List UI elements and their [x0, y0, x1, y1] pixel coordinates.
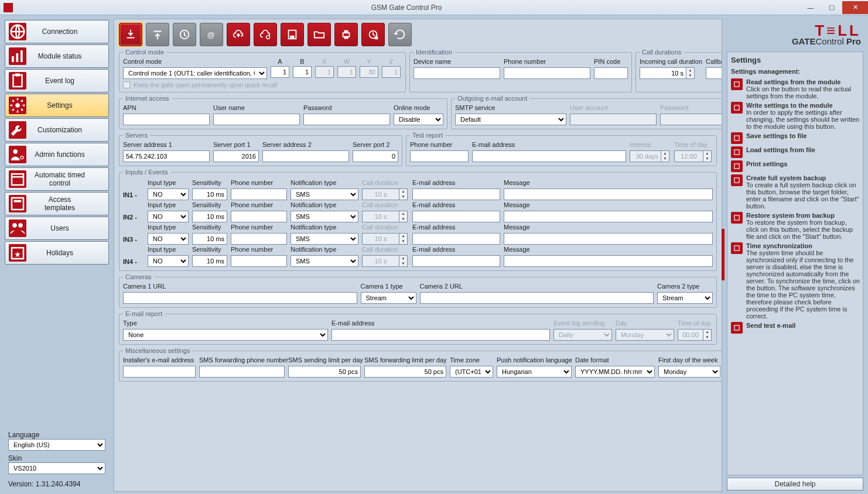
in-device-name[interactable] — [414, 67, 500, 79]
in-incoming[interactable] — [640, 67, 686, 79]
in-sens[interactable] — [192, 233, 227, 245]
maximize-button[interactable]: ▢ — [821, 1, 842, 14]
lbl-msg: Message — [504, 201, 713, 210]
sel-notif[interactable]: SMS — [291, 233, 358, 245]
tb-restore[interactable] — [388, 23, 412, 46]
sel-pnl[interactable]: Hungarian — [497, 366, 572, 378]
sel-c1t[interactable]: Stream — [361, 292, 416, 304]
nav-holidays[interactable]: Holidays — [5, 241, 109, 265]
in-msg[interactable] — [504, 211, 713, 222]
in-flimit[interactable] — [364, 366, 446, 378]
in-A[interactable] — [271, 66, 289, 78]
in-p2[interactable] — [353, 150, 398, 162]
calendar-star-icon — [9, 244, 26, 262]
in-er-email[interactable] — [332, 329, 550, 341]
nav-access-templates[interactable]: Access templates — [5, 192, 109, 215]
lbl-er-email: E-mail address — [332, 320, 550, 328]
lbl-pnl: Push notification language — [497, 356, 572, 365]
tb-cloud-delete[interactable] — [254, 23, 277, 46]
skin-select[interactable]: VS2010 — [8, 462, 105, 474]
in-c1u[interactable] — [123, 292, 357, 304]
detailed-help-button[interactable]: Detailed help — [727, 478, 863, 490]
sel-fdw[interactable]: Monday — [658, 366, 720, 378]
in-callback[interactable] — [706, 67, 722, 79]
in-in-email[interactable] — [412, 255, 500, 267]
sel-input-type[interactable]: NO — [148, 255, 189, 267]
brand-product: GATEControl Pro — [792, 36, 861, 46]
tb-save[interactable] — [281, 23, 304, 46]
in-in-phone[interactable] — [231, 188, 287, 200]
in-phone[interactable] — [504, 67, 590, 79]
lbl-in-email: E-mail address — [412, 179, 500, 187]
in-in-phone[interactable] — [231, 233, 287, 245]
in-in-email[interactable] — [412, 211, 500, 222]
col-Y: Y — [367, 58, 371, 66]
sel-notif[interactable]: SMS — [291, 211, 358, 222]
sel-input-type[interactable]: NO — [148, 211, 189, 222]
in-slimit[interactable] — [288, 366, 361, 378]
sel-input-type[interactable]: NO — [148, 188, 189, 200]
input-row: IN2 -Input typeNOSensitivityPhone number… — [123, 201, 713, 222]
sel-er-type[interactable]: None — [123, 329, 328, 341]
nav-connection[interactable]: Connection — [5, 20, 109, 43]
in-in-phone[interactable] — [231, 255, 287, 267]
nav-automatic-timed[interactable]: Automatic timed control — [5, 167, 109, 191]
in-s2[interactable] — [262, 150, 349, 162]
in-in-phone[interactable] — [231, 211, 287, 222]
in-in-email[interactable] — [412, 188, 500, 200]
in-B[interactable] — [293, 66, 312, 78]
tb-clock[interactable] — [173, 23, 196, 46]
nav-admin-functions[interactable]: Admin functions — [5, 143, 109, 166]
sel-notif[interactable]: SMS — [291, 255, 358, 267]
tb-open[interactable] — [307, 23, 331, 46]
template-icon — [9, 195, 26, 212]
tb-write-settings[interactable] — [146, 23, 169, 46]
sel-input-type[interactable]: NO — [148, 233, 189, 245]
in-inst[interactable] — [123, 366, 196, 378]
nav-users[interactable]: Users — [5, 217, 109, 240]
in-sens[interactable] — [192, 211, 227, 222]
svg-rect-3 — [20, 50, 23, 62]
sel-els: Daily — [553, 329, 612, 341]
sel-notif[interactable]: SMS — [291, 188, 358, 200]
in-msg[interactable] — [504, 188, 713, 200]
tb-backup[interactable] — [361, 23, 385, 46]
in-p1[interactable] — [213, 150, 259, 162]
sel-c2t[interactable]: Stream — [657, 292, 713, 304]
help-item: Create full system backupTo create a ful… — [731, 174, 860, 210]
lbl-input-type: Input type — [148, 224, 189, 232]
in-sens[interactable] — [192, 188, 227, 200]
tb-send-mail[interactable]: @ — [200, 23, 223, 46]
in-sens[interactable] — [192, 255, 227, 267]
sel-tz[interactable]: (UTC+01:00) — [450, 366, 493, 378]
nav-module-status[interactable]: Module status — [5, 44, 109, 68]
nav-event-log[interactable]: Event log — [5, 69, 109, 92]
in-fwdp[interactable] — [199, 366, 285, 378]
in-net-user[interactable] — [213, 114, 300, 125]
minimize-button[interactable]: — — [800, 1, 821, 14]
in-W — [337, 66, 356, 78]
in-apn[interactable] — [123, 114, 210, 125]
in-pin[interactable] — [594, 67, 628, 79]
in-c2u[interactable] — [420, 292, 654, 304]
tb-read-settings[interactable] — [119, 23, 142, 46]
in-msg[interactable] — [504, 233, 713, 245]
sel-smtp[interactable]: Default — [455, 114, 566, 125]
nav-customization[interactable]: Customization — [5, 118, 109, 142]
in-test-email[interactable] — [472, 150, 626, 162]
tb-cloud-up[interactable] — [227, 23, 250, 46]
nav-settings[interactable]: Settings — [5, 94, 109, 117]
in-msg[interactable] — [504, 255, 713, 267]
sel-fmt[interactable]: YYYY.MM.DD. hh:mm:ss — [575, 366, 655, 378]
in-test-phone[interactable] — [410, 150, 469, 162]
tb-print[interactable] — [334, 23, 358, 46]
lbl-fwdp: SMS forwarding phone number — [199, 356, 285, 365]
help-item-icon — [731, 212, 743, 224]
close-button[interactable]: ✕ — [842, 1, 868, 14]
in-in-email[interactable] — [412, 233, 500, 245]
in-net-pass[interactable] — [303, 114, 390, 125]
control-mode-select[interactable]: Control mode 1 (OUT1: caller identificat… — [123, 67, 267, 79]
in-s1[interactable] — [123, 150, 210, 162]
sel-online[interactable]: Disable — [394, 114, 443, 125]
language-select[interactable]: English (US) — [8, 439, 105, 451]
